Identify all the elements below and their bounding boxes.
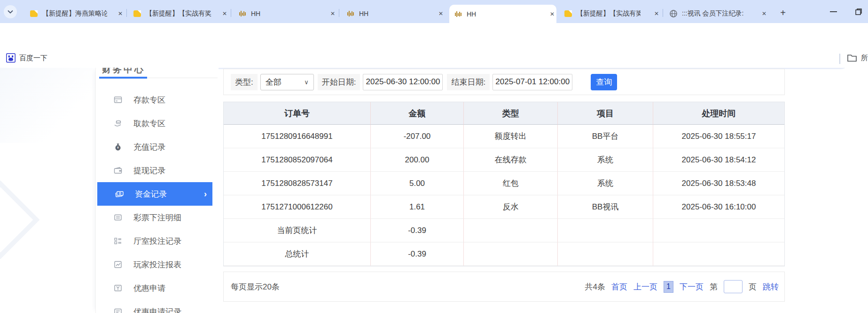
sidebar-divider (147, 78, 218, 78)
end-date-input[interactable] (493, 74, 572, 90)
pagination-controls: 共4条 首页 上一页 1 下一页 第 页 跳转 (585, 280, 779, 293)
browser-toolbar: yl756.com/hhcp/usercenter.html?iniType=6 (0, 23, 868, 50)
tab-1[interactable]: 【新提醒】海燕策略论坛 ✕ (25, 6, 125, 22)
globe-icon (669, 9, 678, 18)
tab-4[interactable]: HH ✕ (342, 6, 445, 22)
background-gradient (0, 68, 95, 143)
cell-type: 额度转出 (464, 125, 558, 148)
tab-5-active[interactable]: HH ✕ (449, 5, 556, 23)
all-bookmarks-button[interactable]: 所 (847, 53, 868, 63)
prev-page-link[interactable]: 上一页 (633, 281, 657, 292)
sidebar-title-clipped: 财务中心 (102, 68, 163, 74)
close-icon[interactable]: ✕ (328, 9, 337, 18)
next-page-link[interactable]: 下一页 (680, 281, 704, 292)
sidebar-item-promo-apply[interactable]: 优惠申请 (96, 276, 219, 300)
jump-suffix-text: 页 (749, 281, 757, 292)
sidebar-item-recharge-records[interactable]: ¥ 充值记录 (96, 135, 219, 159)
sidebar-item-promo-apply-records[interactable]: 优惠申请记录 (96, 300, 219, 313)
cell-empty (653, 242, 784, 266)
close-icon[interactable]: ✕ (548, 10, 556, 18)
promo-apply-icon (114, 284, 122, 292)
sidebar-item-hall-bet-records[interactable]: 厅室投注记录 (96, 229, 219, 253)
folder-icon (847, 53, 857, 63)
withdrawal-record-icon (114, 166, 122, 175)
tab-title: :::视讯 会员下注纪录: (682, 9, 747, 18)
close-icon[interactable]: ✕ (220, 9, 229, 18)
cell-process-time: 2025-06-30 16:10:00 (653, 195, 784, 219)
search-button[interactable]: 查询 (591, 74, 617, 90)
waveform-icon (454, 10, 462, 18)
cell-empty (558, 219, 653, 242)
bookmark-label: 百度一下 (19, 54, 47, 63)
close-icon[interactable]: ✕ (116, 9, 125, 18)
pagination-bar: 每页显示20条 共4条 首页 上一页 1 下一页 第 页 跳转 (223, 272, 785, 302)
start-date-label: 开始日期: (318, 74, 360, 90)
column-header-type: 类型 (464, 102, 558, 125)
cell-order-no: 1751280828573147 (224, 172, 371, 195)
cell-amount: -207.00 (371, 125, 464, 148)
chevron-down-icon: ∨ (304, 79, 309, 86)
minimize-button[interactable] (826, 7, 840, 17)
mail-icon (133, 9, 141, 18)
user-center-sidebar: 财务中心 存款专区 取款专区 ¥ 充值记录 提现记录 资金记录 › 彩票下注明细 (95, 68, 219, 313)
promo-record-icon (114, 307, 122, 313)
bookmark-baidu[interactable]: 百度一下 (6, 53, 47, 63)
tab-search-button[interactable] (4, 5, 17, 18)
start-date-input[interactable] (363, 74, 443, 90)
cell-amount: 200.00 (371, 148, 464, 172)
player-report-icon (114, 260, 122, 269)
column-header-amount: 金额 (371, 102, 464, 125)
cell-process-time: 2025-06-30 18:54:12 (653, 148, 784, 172)
per-page-text: 每页显示20条 (231, 281, 280, 292)
cell-project: 系统 (558, 172, 653, 195)
end-date-label: 结束日期: (447, 74, 490, 90)
type-select[interactable]: 全部 ∨ (260, 74, 314, 90)
cell-type: 红包 (464, 172, 558, 195)
new-tab-button[interactable]: + (776, 6, 790, 19)
cell-amount: 5.00 (371, 172, 464, 195)
sidebar-item-lottery-bet-details[interactable]: 彩票下注明细 (96, 206, 219, 229)
mail-icon (564, 9, 572, 18)
current-page-badge[interactable]: 1 (664, 281, 673, 293)
cell-page-total-amount: -0.39 (371, 219, 464, 242)
column-header-process-time: 处理时间 (653, 102, 784, 125)
tab-title: 【新提醒】海燕策略论坛 (42, 9, 107, 18)
bookmarks-bar: 百度一下 所 (0, 50, 868, 68)
jump-prefix-text: 第 (710, 281, 718, 292)
first-page-link[interactable]: 首页 (611, 281, 627, 292)
cell-order-no: 1751280916648991 (224, 125, 371, 148)
tab-divider (339, 9, 339, 17)
tab-3[interactable]: HH ✕ (234, 6, 337, 22)
type-select-value: 全部 (266, 77, 282, 88)
cell-project: BB平台 (558, 125, 653, 148)
close-icon[interactable]: ✕ (437, 9, 445, 18)
cell-page-total-label: 当前页统计 (224, 219, 371, 242)
page-number-input[interactable] (724, 280, 743, 293)
sidebar-item-withdrawal-records[interactable]: 提现记录 (96, 159, 219, 182)
maximize-button[interactable] (852, 7, 866, 17)
tab-7[interactable]: :::视讯 会员下注纪录: ✕ (665, 6, 768, 22)
jump-link[interactable]: 跳转 (763, 281, 779, 292)
deposit-icon (114, 96, 122, 104)
close-icon[interactable]: ✕ (760, 9, 768, 18)
withdraw-icon (114, 119, 122, 128)
tab-6[interactable]: 【新提醒】【实战有奖 ✕ (559, 6, 661, 22)
chevron-right-icon: › (204, 190, 207, 198)
cell-grand-total-amount: -0.39 (371, 242, 464, 266)
cell-empty (464, 219, 558, 242)
sidebar-item-deposit-zone[interactable]: 存款专区 (96, 88, 219, 112)
cell-order-no: 1751271000612260 (224, 195, 371, 219)
sidebar-item-withdraw-zone[interactable]: 取款专区 (96, 112, 219, 135)
cell-type: 在线存款 (464, 148, 558, 172)
cell-grand-total-label: 总统计 (224, 242, 371, 266)
sidebar-item-player-bet-report[interactable]: 玩家投注报表 (96, 253, 219, 276)
cell-order-no: 1751280852097064 (224, 148, 371, 172)
minimize-icon (830, 11, 837, 12)
hall-bet-record-icon (114, 237, 122, 245)
tab-2[interactable]: 【新提醒】【实战有奖 ✕ (128, 6, 229, 22)
mail-icon (30, 9, 38, 18)
recharge-record-icon: ¥ (114, 143, 122, 151)
sidebar-item-funds-records[interactable]: 资金记录 › (97, 182, 212, 206)
total-count-text: 共4条 (585, 281, 605, 292)
close-icon[interactable]: ✕ (652, 9, 661, 18)
